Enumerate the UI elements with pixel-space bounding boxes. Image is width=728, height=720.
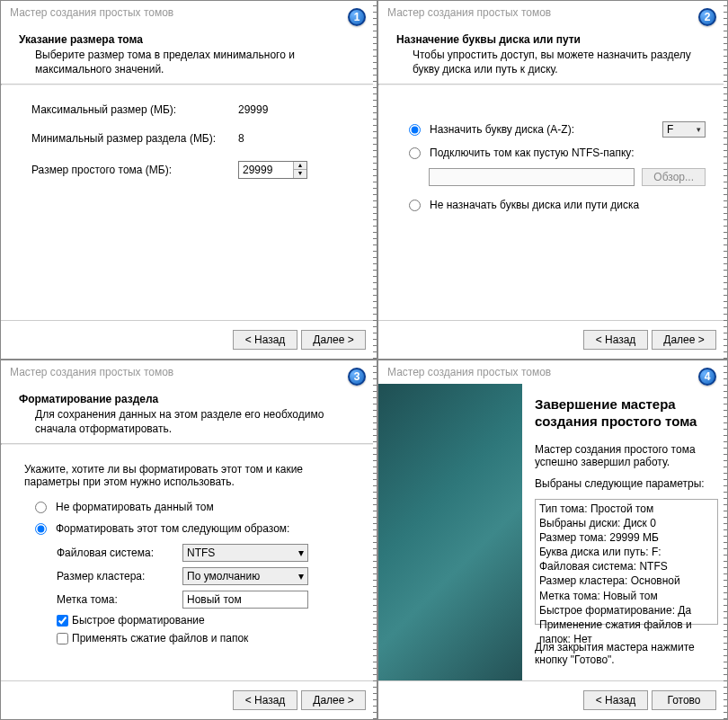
assign-letter-radio[interactable] [409,124,421,136]
summary-line: Файловая система: NTFS [539,559,714,573]
no-assign-radio[interactable] [409,200,421,211]
window-title: Мастер создания простых томов [1,1,377,24]
summary-listbox[interactable]: Тип тома: Простой том Выбраны диски: Дис… [535,499,718,625]
filesystem-value: NTFS [187,547,215,559]
min-size-value: 8 [238,132,310,145]
min-size-label: Минимальный размер раздела (МБ): [31,132,238,145]
window-title: Мастер создания простых томов [378,1,727,24]
next-button[interactable]: Далее > [301,330,366,350]
summary-line: Метка тома: Новый том [539,589,714,603]
max-size-label: Максимальный размер (МБ): [31,103,238,116]
filesystem-select[interactable]: NTFS ▾ [182,544,308,562]
step-badge-3: 3 [348,368,366,386]
back-button[interactable]: < Назад [583,690,648,710]
drive-letter-value: F [667,123,673,136]
step-heading: Указание размера тома [19,33,359,46]
assign-letter-label: Назначить букву диска (A-Z): [430,123,574,136]
step-description: Чтобы упростить доступ, вы можете назнач… [396,48,709,76]
step-heading: Форматирование раздела [19,393,359,405]
step-description: Выберите размер тома в пределах минималь… [19,48,359,76]
spinner-up-icon[interactable]: ▲ [294,162,306,170]
summary-line: Размер кластера: Основной [539,573,714,588]
volume-label-label: Метка тома: [57,593,182,606]
quick-format-label: Быстрое форматирование [72,614,205,627]
format-intro: Укажите, хотите ли вы форматировать этот… [24,463,360,488]
summary-line: Размер тома: 29999 МБ [539,530,714,545]
drive-letter-select[interactable]: F ▾ [662,121,706,138]
max-size-value: 29999 [238,103,310,116]
step-heading: Назначение буквы диска или пути [396,33,709,46]
format-label: Форматировать этот том следующим образом… [56,522,289,535]
cluster-label: Размер кластера: [57,570,182,582]
no-assign-label: Не назначать буквы диска или пути диска [430,199,639,211]
volume-size-label: Размер простого тома (МБ): [31,164,238,176]
step-badge-1: 1 [348,8,366,26]
step-description: Для сохранения данных на этом разделе ег… [19,407,359,436]
summary-line: Быстрое форматирование: Да [539,603,714,618]
filesystem-label: Файловая система: [57,547,182,559]
finish-button[interactable]: Готово [652,690,716,710]
volume-label-input[interactable] [182,591,308,609]
step-badge-2: 2 [698,8,716,26]
compress-checkbox[interactable] [57,633,68,644]
spinner-down-icon[interactable]: ▼ [294,170,306,178]
summary-line: Буква диска или путь: F: [539,545,714,559]
volume-size-spinner[interactable]: ▲ ▼ [238,161,307,179]
back-button[interactable]: < Назад [233,330,297,350]
back-button[interactable]: < Назад [583,330,648,350]
chevron-down-icon: ▾ [298,570,304,582]
mount-folder-radio[interactable] [409,147,421,159]
complete-message: Мастер создания простого тома успешно за… [535,443,718,468]
compress-label: Применять сжатие файлов и папок [72,632,248,644]
chevron-down-icon: ▾ [298,547,304,559]
quick-format-checkbox[interactable] [57,615,68,627]
wizard-step-complete: Мастер создания простых томов 4 Завершен… [377,360,728,720]
window-title: Мастер создания простых томов [1,360,377,384]
step-badge-4: 4 [698,368,716,386]
complete-heading: Завершение мастера создания простого том… [535,396,718,431]
cluster-value: По умолчанию [187,570,260,582]
wizard-banner-image [378,384,522,680]
wizard-step-size: Мастер создания простых томов 1 Указание… [0,0,377,360]
window-title: Мастер создания простых томов [378,360,727,384]
next-button[interactable]: Далее > [652,330,716,350]
summary-line: Выбраны диски: Диск 0 [539,516,714,530]
format-radio[interactable] [35,523,47,535]
mount-folder-label: Подключить том как пустую NTFS-папку: [430,147,635,159]
cluster-select[interactable]: По умолчанию ▾ [182,567,308,585]
step-header: Форматирование раздела Для сохранения да… [1,384,377,443]
summary-line: Тип тома: Простой том [539,502,714,516]
step-header: Указание размера тома Выберите размер то… [1,24,377,84]
chevron-down-icon: ▾ [697,125,701,134]
back-button[interactable]: < Назад [233,690,297,710]
next-button[interactable]: Далее > [301,690,366,710]
no-format-radio[interactable] [35,502,47,513]
close-instruction: Для закрытия мастера нажмите кнопку "Гот… [535,641,718,666]
step-header: Назначение буквы диска или пути Чтобы уп… [378,24,727,84]
mount-path-input [429,168,635,186]
wizard-step-drive-letter: Мастер создания простых томов 2 Назначен… [377,0,728,360]
no-format-label: Не форматировать данный том [56,501,214,513]
selected-params-label: Выбраны следующие параметры: [535,477,718,490]
volume-size-input[interactable] [239,162,293,178]
wizard-step-format: Мастер создания простых томов 3 Форматир… [0,360,377,720]
browse-button: Обзор... [642,168,706,186]
